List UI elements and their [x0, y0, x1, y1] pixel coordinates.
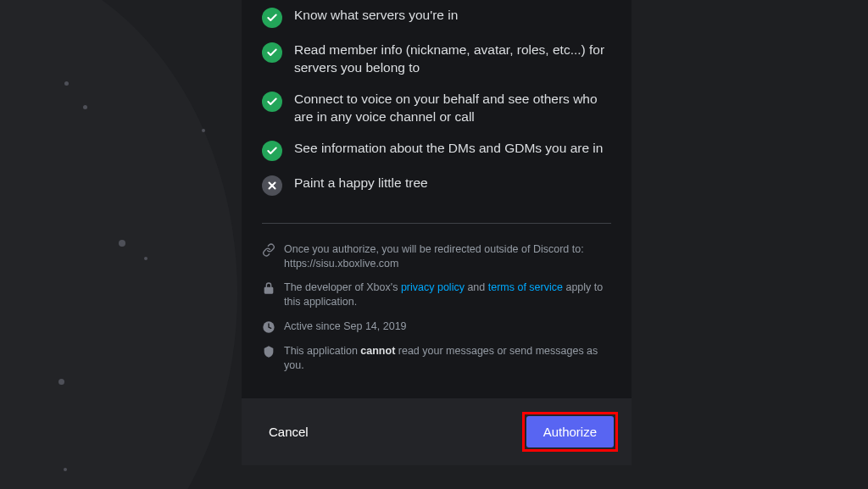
permission-list: Know what servers you're in Read member … [255, 0, 618, 209]
check-icon [262, 42, 282, 63]
info-item-cannot-read: This application cannot read your messag… [262, 339, 611, 378]
star-icon [202, 129, 205, 132]
star-icon [64, 468, 67, 471]
link-icon [262, 243, 275, 257]
permission-item: See information about the DMs and GDMs y… [262, 133, 611, 168]
star-icon [83, 105, 87, 109]
check-icon [262, 141, 282, 161]
modal-body: Know what servers you're in Read member … [242, 0, 632, 392]
x-icon [262, 175, 282, 196]
permission-item: Paint a happy little tree [262, 168, 611, 203]
info-item-developer: The developer of Xbox's privacy policy a… [262, 275, 611, 314]
permission-text: See information about the DMs and GDMs y… [294, 140, 603, 158]
cancel-button[interactable]: Cancel [255, 416, 322, 447]
permission-text: Read member info (nickname, avatar, role… [294, 42, 611, 77]
lock-icon [262, 281, 275, 295]
modal-footer: Cancel Authorize [242, 398, 632, 465]
divider [262, 223, 611, 224]
info-item-active-since: Active since Sep 14, 2019 [262, 314, 611, 339]
permission-text: Know what servers you're in [294, 7, 458, 25]
authorize-button[interactable]: Authorize [526, 416, 614, 447]
highlight-box: Authorize [522, 412, 618, 452]
info-text: Once you authorize, you will be redirect… [284, 242, 611, 271]
shield-icon [262, 345, 275, 358]
info-text: The developer of Xbox's privacy policy a… [284, 281, 611, 309]
terms-of-service-link[interactable]: terms of service [488, 281, 563, 293]
info-text: Active since Sep 14, 2019 [284, 320, 407, 334]
privacy-policy-link[interactable]: privacy policy [401, 281, 465, 293]
star-icon [144, 257, 147, 260]
info-item-redirect: Once you authorize, you will be redirect… [262, 237, 611, 276]
star-icon [119, 240, 125, 247]
permission-item: Read member info (nickname, avatar, role… [262, 35, 611, 84]
check-icon [262, 92, 282, 112]
permission-item: Connect to voice on your behalf and see … [262, 84, 611, 133]
star-icon [64, 81, 69, 86]
permission-text: Paint a happy little tree [294, 175, 428, 192]
permission-text: Connect to voice on your behalf and see … [294, 91, 611, 126]
info-list: Once you authorize, you will be redirect… [255, 237, 618, 378]
info-text: This application cannot read your messag… [284, 344, 611, 373]
star-icon [58, 379, 64, 385]
check-icon [262, 8, 282, 28]
clock-icon [262, 320, 275, 334]
permission-item: Know what servers you're in [262, 0, 611, 35]
authorize-modal: Know what servers you're in Read member … [242, 0, 632, 465]
